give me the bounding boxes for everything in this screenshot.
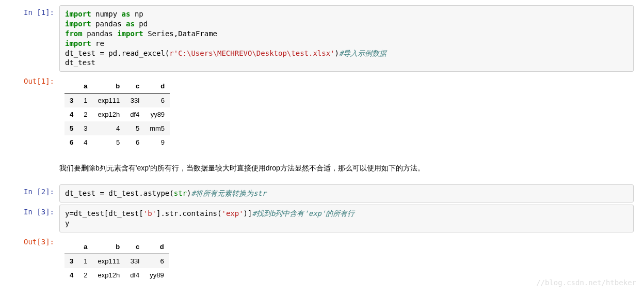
out-prompt-3: Out[3]: [10, 235, 59, 287]
table-header [65, 79, 78, 94]
output-block-1: abcd31exp11133l642exp12hdf4yy895345mm564… [59, 74, 634, 154]
code-cell-3: In [3]: y=dt_test[dt_test['b'].str.conta… [10, 205, 634, 232]
code-cell-1: In [1]: import numpy as np import pandas… [10, 5, 634, 72]
table-header: a [78, 240, 92, 254]
in-prompt-2: In [2]: [10, 184, 59, 202]
table-header [65, 240, 78, 254]
table-row: 5345mm5 [65, 121, 170, 135]
in-prompt-3: In [3]: [10, 205, 59, 232]
table-row: 31exp11133l6 [65, 94, 170, 108]
dataframe-1: abcd31exp11133l642exp12hdf4yy895345mm564… [65, 79, 170, 149]
table-row: 42exp12hdf4yy89 [65, 268, 169, 282]
watermark: //blog.csdn.net/htbeker [536, 278, 636, 287]
table-row: 64569 [65, 135, 170, 149]
markdown-paragraph: 我们要删除b列元素含有'exp'的所有行，当数据量较大时直接使用drop方法显然… [10, 164, 634, 173]
table-header: b [92, 240, 125, 254]
code-block-3[interactable]: y=dt_test[dt_test['b'].str.contains('exp… [59, 205, 634, 232]
table-header: d [144, 240, 169, 254]
code-block-2[interactable]: dt_test = dt_test.astype(str)#将所有元素转换为st… [59, 184, 634, 202]
table-header: c [125, 240, 144, 254]
table-header: c [125, 79, 144, 94]
code-block-1[interactable]: import numpy as np import pandas as pd f… [59, 5, 634, 72]
output-cell-1: Out[1]: abcd31exp11133l642exp12hdf4yy895… [10, 74, 634, 154]
table-row: 31exp11133l6 [65, 254, 169, 269]
dataframe-3: abcd31exp11133l642exp12hdf4yy89 [65, 240, 169, 282]
table-row: 42exp12hdf4yy89 [65, 107, 170, 121]
table-header: b [92, 79, 125, 94]
table-header: d [144, 79, 170, 94]
table-header: a [78, 79, 92, 94]
out-prompt-1: Out[1]: [10, 74, 59, 154]
in-prompt-1: In [1]: [10, 5, 59, 72]
code-cell-2: In [2]: dt_test = dt_test.astype(str)#将所… [10, 184, 634, 202]
